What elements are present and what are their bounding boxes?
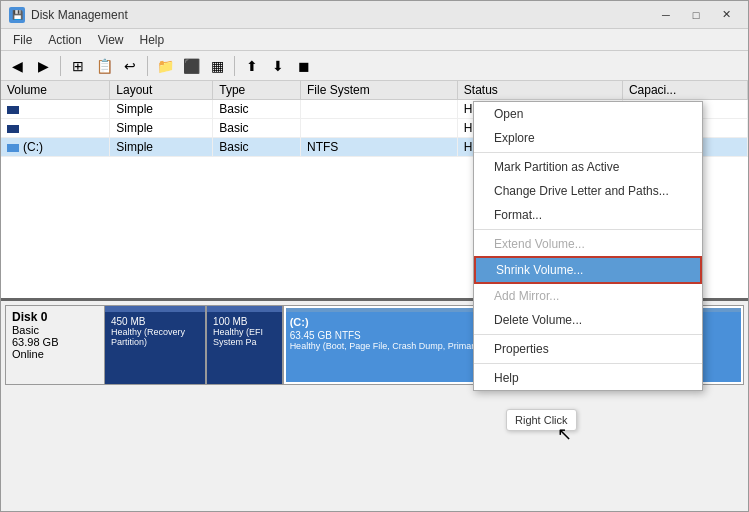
- title-bar-left: 💾 Disk Management: [9, 7, 128, 23]
- toolbar-btn-7[interactable]: ⬆: [240, 54, 264, 78]
- cell-layout-3: Simple: [110, 138, 213, 157]
- toolbar-btn-8[interactable]: ⬇: [266, 54, 290, 78]
- right-click-tooltip: Right Click: [506, 409, 577, 431]
- disk-info-0: Disk 0 Basic 63.98 GB Online: [5, 305, 105, 385]
- ctx-add-mirror: Add Mirror...: [474, 284, 702, 308]
- window-controls: ─ □ ✕: [652, 5, 740, 25]
- ctx-help[interactable]: Help: [474, 366, 702, 390]
- disk-status: Online: [12, 348, 98, 360]
- toolbar-btn-1[interactable]: ⊞: [66, 54, 90, 78]
- cell-fs-3: NTFS: [300, 138, 457, 157]
- cell-fs-1: [300, 100, 457, 119]
- cell-layout-2: Simple: [110, 119, 213, 138]
- col-capacity: Capaci...: [622, 81, 747, 100]
- ctx-sep-4: [474, 363, 702, 364]
- back-button[interactable]: ◀: [5, 54, 29, 78]
- part-size-recovery: 450 MB: [111, 316, 199, 327]
- cell-volume-1: [1, 100, 110, 119]
- menu-help[interactable]: Help: [132, 31, 173, 49]
- toolbar: ◀ ▶ ⊞ 📋 ↩ 📁 ⬛ ▦ ⬆ ⬇ ◼: [1, 51, 748, 81]
- forward-button[interactable]: ▶: [31, 54, 55, 78]
- toolbar-btn-4[interactable]: 📁: [153, 54, 177, 78]
- table-header-row: Volume Layout Type File System Status Ca…: [1, 81, 748, 100]
- partition-efi[interactable]: 100 MB Healthy (EFI System Pa: [207, 306, 284, 384]
- cell-volume-3: (C:): [1, 138, 110, 157]
- ctx-sep-2: [474, 229, 702, 230]
- context-menu: Open Explore Mark Partition as Active Ch…: [473, 101, 703, 391]
- tooltip-label: Right Click: [515, 414, 568, 426]
- toolbar-btn-9[interactable]: ◼: [292, 54, 316, 78]
- ctx-format[interactable]: Format...: [474, 203, 702, 227]
- ctx-mark-active[interactable]: Mark Partition as Active: [474, 155, 702, 179]
- toolbar-btn-3[interactable]: ↩: [118, 54, 142, 78]
- cell-type-2: Basic: [213, 119, 301, 138]
- cell-layout-1: Simple: [110, 100, 213, 119]
- menu-file[interactable]: File: [5, 31, 40, 49]
- menu-view[interactable]: View: [90, 31, 132, 49]
- col-volume: Volume: [1, 81, 110, 100]
- cell-volume-2: [1, 119, 110, 138]
- app-icon: 💾: [9, 7, 25, 23]
- toolbar-separator-2: [147, 56, 148, 76]
- col-layout: Layout: [110, 81, 213, 100]
- cell-type-3: Basic: [213, 138, 301, 157]
- toolbar-separator-3: [234, 56, 235, 76]
- col-status: Status: [457, 81, 622, 100]
- ctx-sep-3: [474, 334, 702, 335]
- disk-type: Basic: [12, 324, 98, 336]
- window-title: Disk Management: [31, 8, 128, 22]
- close-button[interactable]: ✕: [712, 5, 740, 25]
- ctx-open[interactable]: Open: [474, 102, 702, 126]
- cell-fs-2: [300, 119, 457, 138]
- part-size-efi: 100 MB: [213, 316, 276, 327]
- disk-name: Disk 0: [12, 310, 98, 324]
- part-status-efi: Healthy (EFI System Pa: [213, 327, 276, 347]
- menu-action[interactable]: Action: [40, 31, 89, 49]
- disk-icon-c: [7, 144, 19, 152]
- toolbar-btn-5[interactable]: ⬛: [179, 54, 203, 78]
- disk-icon-1: [7, 106, 19, 114]
- ctx-shrink[interactable]: Shrink Volume...: [474, 256, 702, 284]
- toolbar-btn-6[interactable]: ▦: [205, 54, 229, 78]
- ctx-delete[interactable]: Delete Volume...: [474, 308, 702, 332]
- toolbar-separator-1: [60, 56, 61, 76]
- main-content: Volume Layout Type File System Status Ca…: [1, 81, 748, 511]
- col-filesystem: File System: [300, 81, 457, 100]
- ctx-sep-1: [474, 152, 702, 153]
- ctx-change-letter[interactable]: Change Drive Letter and Paths...: [474, 179, 702, 203]
- title-bar: 💾 Disk Management ─ □ ✕: [1, 1, 748, 29]
- disk-size: 63.98 GB: [12, 336, 98, 348]
- toolbar-btn-2[interactable]: 📋: [92, 54, 116, 78]
- maximize-button[interactable]: □: [682, 5, 710, 25]
- partition-recovery[interactable]: 450 MB Healthy (Recovery Partition): [105, 306, 207, 384]
- ctx-extend: Extend Volume...: [474, 232, 702, 256]
- menu-bar: File Action View Help: [1, 29, 748, 51]
- ctx-explore[interactable]: Explore: [474, 126, 702, 150]
- minimize-button[interactable]: ─: [652, 5, 680, 25]
- disk-icon-2: [7, 125, 19, 133]
- part-status-recovery: Healthy (Recovery Partition): [111, 327, 199, 347]
- ctx-properties[interactable]: Properties: [474, 337, 702, 361]
- col-type: Type: [213, 81, 301, 100]
- cell-type-1: Basic: [213, 100, 301, 119]
- disk-management-window: 💾 Disk Management ─ □ ✕ File Action View…: [0, 0, 749, 512]
